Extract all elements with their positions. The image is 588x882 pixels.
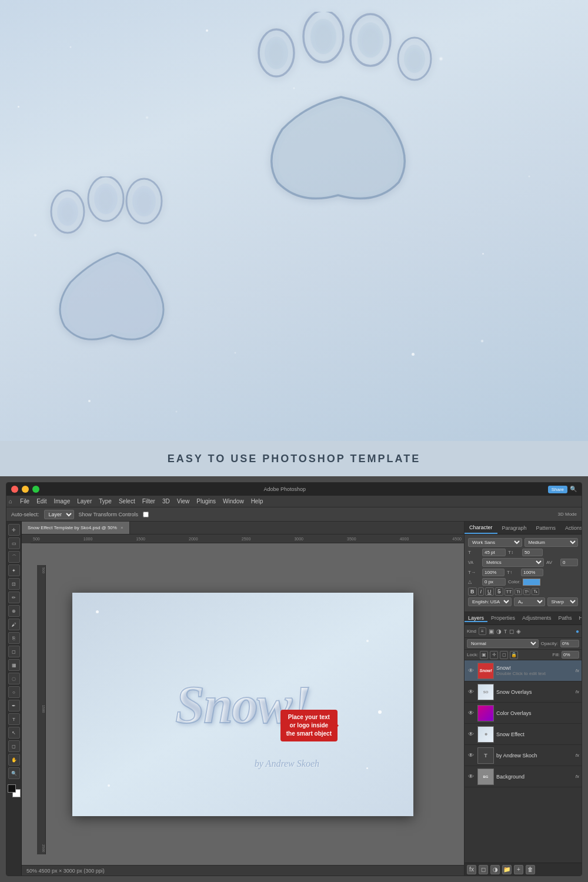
- ps-tab-close[interactable]: ×: [121, 525, 123, 530]
- paragraph-tab[interactable]: Paragraph: [497, 522, 532, 534]
- tool-healing[interactable]: ⊕: [8, 605, 20, 617]
- layer-background[interactable]: 👁 BG Background fx: [465, 766, 582, 787]
- ps-active-tab[interactable]: Snow Effect Template by Sko4.psd @ 50% ×: [22, 522, 130, 534]
- ps-home-icon[interactable]: ⌂: [9, 498, 12, 505]
- tool-blur[interactable]: ◌: [8, 673, 20, 684]
- tool-eraser[interactable]: ◻: [8, 646, 20, 657]
- layer-eye-text[interactable]: 👁: [467, 752, 475, 759]
- tracking-input[interactable]: [560, 559, 578, 566]
- menu-view[interactable]: View: [174, 498, 193, 505]
- layers-tab-adjustments[interactable]: Adjustments: [519, 615, 555, 621]
- layer-eye-effect[interactable]: 👁: [467, 731, 475, 737]
- share-btn[interactable]: Share: [548, 486, 567, 493]
- layer-snow-smart[interactable]: 👁 Snow! Snow! Double Click to edit text …: [465, 660, 582, 681]
- layer-eye-overlays[interactable]: 👁: [467, 689, 475, 695]
- layer-eye-snow[interactable]: 👁: [467, 667, 475, 674]
- search-icon[interactable]: 🔍: [570, 486, 577, 493]
- char-tab[interactable]: Character: [465, 522, 497, 534]
- filter-toggle[interactable]: ●: [576, 628, 579, 634]
- menu-image[interactable]: Image: [51, 498, 73, 505]
- italic-btn[interactable]: I: [478, 587, 485, 596]
- lock-pixels-btn[interactable]: ▣: [480, 651, 488, 659]
- font-family-select[interactable]: Work Sans: [468, 538, 522, 547]
- menu-select[interactable]: Select: [116, 498, 138, 505]
- layer-group-btn[interactable]: 📁: [502, 865, 512, 874]
- layer-snow-effect[interactable]: 👁 ❄ Snow Effect: [465, 724, 582, 745]
- layers-tab-paths[interactable]: Paths: [555, 615, 576, 621]
- layer-adj-btn[interactable]: ◑: [490, 865, 500, 874]
- smart-filter[interactable]: ◈: [516, 628, 521, 634]
- tool-select-rect[interactable]: ▭: [8, 537, 20, 549]
- tool-path-select[interactable]: ↖: [8, 727, 20, 739]
- tool-gradient[interactable]: ▦: [8, 659, 20, 671]
- tool-dodge[interactable]: ○: [8, 686, 20, 698]
- transform-checkbox[interactable]: [143, 512, 149, 517]
- menu-help[interactable]: Help: [248, 498, 266, 505]
- pixel-filter[interactable]: ▣: [489, 628, 494, 634]
- layer-fx-btn[interactable]: fx: [467, 865, 476, 874]
- font-style-select[interactable]: Medium: [524, 538, 579, 547]
- bold-btn[interactable]: B: [468, 587, 477, 596]
- menu-3d[interactable]: 3D: [159, 498, 173, 505]
- lock-position-btn[interactable]: ✛: [490, 651, 498, 659]
- tool-lasso[interactable]: ⌒: [8, 551, 20, 563]
- layer-eye-bg[interactable]: 👁: [467, 773, 475, 780]
- menu-file[interactable]: File: [17, 498, 32, 505]
- menu-type[interactable]: Type: [96, 498, 115, 505]
- tool-text[interactable]: T: [8, 713, 20, 725]
- subscript-btn[interactable]: T₁: [532, 588, 539, 595]
- layer-text-andrew[interactable]: 👁 T by Andrew Skoch fx: [465, 745, 582, 766]
- fill-input[interactable]: [562, 651, 579, 659]
- layers-tab-layers[interactable]: Layers: [465, 615, 487, 622]
- layer-eye-color[interactable]: 👁: [467, 710, 475, 716]
- lock-artboard-btn[interactable]: ◻: [500, 651, 508, 659]
- tool-eyedropper[interactable]: ✏: [8, 592, 20, 603]
- baseline-input[interactable]: [482, 578, 506, 586]
- layers-tab-properties[interactable]: Properties: [487, 615, 519, 621]
- underline-btn[interactable]: U: [485, 587, 494, 596]
- aa-select[interactable]: Aₐ: [514, 597, 545, 606]
- blend-mode-select[interactable]: Normal: [467, 639, 539, 648]
- smallcaps-btn[interactable]: Tt: [514, 589, 522, 595]
- tool-magic-wand[interactable]: ✦: [8, 564, 20, 576]
- shape-filter[interactable]: ◻: [509, 628, 514, 634]
- opacity-input[interactable]: [560, 640, 579, 647]
- layer-delete-btn[interactable]: 🗑: [526, 865, 535, 874]
- window-close-btn[interactable]: [11, 486, 18, 493]
- hscale-input[interactable]: [482, 569, 505, 576]
- actions-tab[interactable]: Actions: [560, 522, 582, 534]
- lock-all-btn[interactable]: 🔒: [510, 651, 518, 659]
- layer-new-btn[interactable]: +: [514, 865, 523, 874]
- autoselectdropdown[interactable]: Layer: [44, 510, 74, 519]
- menu-edit[interactable]: Edit: [34, 498, 49, 505]
- tool-crop[interactable]: ⊡: [8, 578, 20, 590]
- tool-hand[interactable]: ✋: [8, 754, 20, 766]
- fg-bg-colors[interactable]: [8, 784, 21, 797]
- color-swatch[interactable]: [523, 579, 540, 586]
- language-select[interactable]: English: USA: [468, 597, 512, 606]
- leading-input[interactable]: [522, 549, 543, 556]
- layer-mask-btn[interactable]: ◻: [479, 865, 488, 874]
- menu-layer[interactable]: Layer: [74, 498, 95, 505]
- tool-move[interactable]: ✛: [8, 524, 20, 536]
- menu-plugins[interactable]: Plugins: [193, 498, 219, 505]
- tool-brush[interactable]: 🖌: [8, 619, 20, 630]
- vscale-input[interactable]: [521, 569, 543, 576]
- metrics-select[interactable]: Metrics: [482, 558, 544, 567]
- tool-clone[interactable]: ⎘: [8, 632, 20, 644]
- layer-snow-overlays[interactable]: 👁 SO Snow Overlays fx: [465, 681, 582, 703]
- tool-pen[interactable]: ✒: [8, 700, 20, 711]
- antialiasing-select[interactable]: Sharp: [547, 597, 579, 606]
- kind-filter[interactable]: ≡: [479, 627, 486, 635]
- layer-color-overlays[interactable]: 👁 Color Overlays: [465, 703, 582, 724]
- layers-tab-history[interactable]: History: [576, 615, 582, 621]
- tool-zoom[interactable]: 🔍: [8, 767, 20, 779]
- allcaps-btn[interactable]: TT: [505, 588, 514, 596]
- strikethrough-btn[interactable]: S̶: [495, 587, 503, 596]
- font-size-input[interactable]: [482, 549, 506, 556]
- tool-shape[interactable]: ◻: [8, 740, 20, 752]
- menu-window[interactable]: Window: [220, 498, 247, 505]
- adj-filter[interactable]: ◑: [496, 628, 502, 634]
- superscript-btn[interactable]: T¹: [523, 589, 531, 595]
- patterns-tab[interactable]: Patterns: [532, 522, 561, 534]
